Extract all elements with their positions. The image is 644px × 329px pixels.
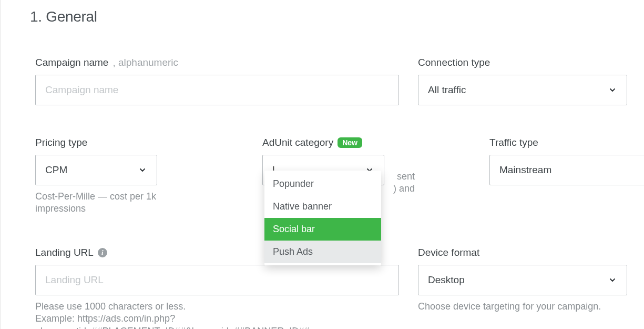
section-title: 1. General xyxy=(16,0,644,25)
traffic-type-label: Traffic type xyxy=(489,137,644,148)
device-format-help: Choose device targeting for your campaig… xyxy=(418,301,627,313)
adunit-option-popunder[interactable]: Popunder xyxy=(264,173,381,195)
traffic-type-field: Traffic type Mainstream xyxy=(489,137,644,215)
campaign-name-field: Campaign name, alphanumeric xyxy=(35,57,399,105)
campaign-name-label-text: Campaign name xyxy=(35,57,108,68)
new-badge: New xyxy=(338,137,362,148)
adunit-dropdown: Popunder Native banner Social bar Push A… xyxy=(264,171,381,265)
chevron-down-icon xyxy=(138,165,147,175)
device-format-select[interactable]: Desktop xyxy=(418,265,627,295)
device-format-value: Desktop xyxy=(428,274,608,286)
adunit-option-push-ads[interactable]: Push Ads xyxy=(264,241,381,263)
adunit-option-native-banner[interactable]: Native banner xyxy=(264,195,381,218)
campaign-name-hint: , alphanumeric xyxy=(113,57,178,68)
pricing-type-help: Cost-Per-Mille — cost per 1k impressions xyxy=(35,191,157,215)
pricing-type-field: Pricing type CPM Cost-Per-Mille — cost p… xyxy=(35,137,157,215)
landing-url-help: Please use 1000 characters or less. Exam… xyxy=(35,301,399,329)
info-icon[interactable]: i xyxy=(98,248,107,257)
connection-type-select[interactable]: All traffic xyxy=(418,75,627,105)
connection-type-label: Connection type xyxy=(418,57,627,68)
campaign-name-label: Campaign name, alphanumeric xyxy=(35,57,399,68)
pricing-type-value: CPM xyxy=(45,164,138,176)
connection-type-field: Connection type All traffic xyxy=(418,57,627,105)
connection-type-value: All traffic xyxy=(428,84,608,96)
traffic-type-select[interactable]: Mainstream xyxy=(489,155,644,185)
chevron-down-icon xyxy=(608,275,617,285)
landing-url-label-text: Landing URL xyxy=(35,247,94,258)
device-format-field: Device format Desktop Choose device targ… xyxy=(418,247,627,329)
adunit-field: AdUnit category New | sent ) and Popunde… xyxy=(262,137,384,215)
pricing-type-select[interactable]: CPM xyxy=(35,155,157,185)
device-format-label: Device format xyxy=(418,247,627,258)
chevron-down-icon xyxy=(608,85,617,95)
adunit-label: AdUnit category New xyxy=(262,137,384,148)
traffic-type-value: Mainstream xyxy=(499,164,644,176)
adunit-option-social-bar[interactable]: Social bar xyxy=(264,218,381,241)
adunit-label-text: AdUnit category xyxy=(262,137,333,148)
campaign-name-input[interactable] xyxy=(35,75,399,105)
landing-url-input[interactable] xyxy=(35,265,399,295)
pricing-type-label: Pricing type xyxy=(35,137,157,148)
